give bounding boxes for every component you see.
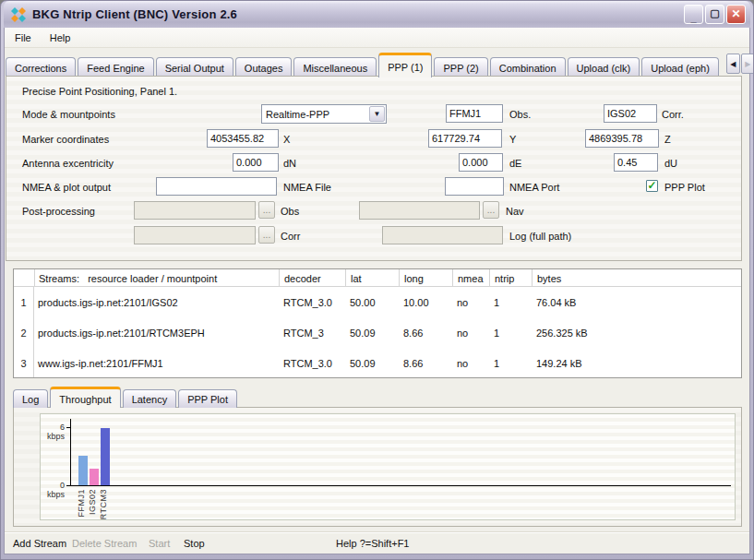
coord-y-input[interactable]: [428, 129, 502, 148]
tab-scroll-buttons: ◀ ▶: [726, 54, 754, 74]
bottom-tab-bar: Log Throughput Latency PPP Plot: [13, 387, 239, 408]
tab-scroll-left-icon: ◀: [730, 60, 736, 68]
tab-ppp-plot[interactable]: PPP Plot: [178, 389, 237, 408]
nmea-file-input[interactable]: [156, 177, 277, 196]
ytick-6kbps: 6 kbps: [41, 423, 65, 441]
check-icon: ✓: [647, 180, 656, 191]
cell-lat: 50.00: [345, 297, 399, 308]
tab-outages[interactable]: Outages: [235, 57, 293, 77]
bnc-app-icon: [10, 6, 27, 23]
antenna-excentricity-label: Antenna excentricity: [22, 158, 114, 169]
throughput-pane: 6 kbps 0 kbps FFMJ1IGS02RTCM3: [13, 407, 742, 527]
coord-x-input[interactable]: [207, 129, 279, 148]
add-stream-button[interactable]: Add Stream: [13, 538, 66, 549]
nmea-file-label: NMEA File: [283, 182, 331, 193]
header-decoder: decoder: [279, 269, 345, 287]
maximize-icon: ▢: [710, 8, 719, 18]
stream-row-2[interactable]: 2 products.igs-ip.net:2101/RTCM3EPH RTCM…: [14, 317, 741, 348]
marker-coordinates-label: Marker coordinates: [22, 134, 109, 145]
menu-help[interactable]: Help: [42, 30, 79, 46]
help-shortcut-text: Help ?=Shift+F1: [336, 538, 410, 549]
stream-row-3[interactable]: 3 www.igs-ip.net:2101/FFMJ1 RTCM_3.0 50.…: [14, 348, 741, 378]
bar-category-label: RTCM3: [99, 489, 108, 519]
maximize-button[interactable]: ▢: [705, 5, 724, 24]
nmea-port-label: NMEA Port: [509, 182, 559, 193]
tab-combination[interactable]: Combination: [490, 57, 566, 77]
row-number: 1: [14, 287, 34, 317]
bar-category-label: IGS02: [88, 489, 97, 515]
cell-nmea: no: [452, 358, 489, 369]
ppp-plot-label: PPP Plot: [664, 182, 705, 193]
browse-nav-button: ...: [483, 201, 499, 219]
tab-throughput[interactable]: Throughput: [50, 387, 120, 408]
tab-scroll-left-button[interactable]: ◀: [726, 54, 740, 74]
cell-decoder: RTCM_3: [279, 328, 345, 339]
de-label: dE: [509, 158, 521, 169]
de-input[interactable]: [459, 153, 503, 172]
ppp1-heading: Precise Point Positioning, Panel 1.: [22, 86, 177, 97]
corr-label: Corr.: [662, 109, 684, 120]
dn-input[interactable]: [233, 153, 279, 172]
cell-mountpoint: products.igs-ip.net:2101/RTCM3EPH: [34, 328, 279, 339]
dn-label: dN: [283, 158, 296, 169]
window-title: BKG Ntrip Client (BNC) Version 2.6: [32, 7, 237, 21]
ppp1-panel: Precise Point Positioning, Panel 1. Mode…: [6, 76, 742, 261]
header-long: long: [399, 269, 452, 287]
cell-lat: 50.09: [345, 358, 399, 369]
nmea-port-input[interactable]: [445, 177, 504, 196]
delete-stream-button: Delete Stream: [72, 538, 137, 549]
window-body: File Help Corrections Feed Engine Serial…: [4, 28, 750, 554]
post-log-file-input: [382, 226, 503, 244]
tab-scroll-right-button: ▶: [741, 54, 754, 74]
minimize-icon: _: [690, 13, 696, 23]
stream-row-1[interactable]: 1 products.igs-ip.net:2101/IGS02 RTCM_3.…: [14, 287, 741, 317]
streams-table-header: Streams: resource loader / mountpoint de…: [14, 269, 741, 287]
tab-feed-engine[interactable]: Feed Engine: [78, 57, 153, 77]
ppp-plot-checkbox[interactable]: ✓: [646, 180, 658, 192]
tab-corrections[interactable]: Corrections: [6, 57, 76, 77]
title-bar[interactable]: BKG Ntrip Client (BNC) Version 2.6 _ ▢ ✕: [4, 1, 750, 28]
header-row-number: [14, 269, 34, 287]
cell-long: 10.00: [399, 297, 452, 308]
bar-ffmj1: [78, 456, 88, 485]
app-window: BKG Ntrip Client (BNC) Version 2.6 _ ▢ ✕…: [0, 0, 754, 560]
ytick-0kbps: 0 kbps: [41, 481, 65, 499]
header-ntrip: ntrip: [489, 269, 532, 287]
combo-dropdown-button[interactable]: ▼: [369, 106, 385, 122]
tab-ppp-1[interactable]: PPP (1): [378, 53, 432, 77]
x-label: X: [283, 134, 290, 145]
mode-combobox[interactable]: Realtime-PPP ▼: [261, 104, 387, 124]
stop-button[interactable]: Stop: [184, 538, 205, 549]
tab-serial-output[interactable]: Serial Output: [156, 57, 233, 77]
tab-miscellaneous[interactable]: Miscellaneous: [293, 57, 377, 77]
header-bytes: bytes: [532, 269, 741, 287]
tab-latency[interactable]: Latency: [123, 389, 177, 408]
nmea-plot-output-label: NMEA & plot output: [22, 182, 111, 193]
header-lat: lat: [345, 269, 399, 287]
post-corr-label: Corr: [281, 231, 300, 242]
post-log-label: Log (full path): [509, 231, 571, 242]
cell-nmea: no: [452, 328, 489, 339]
menu-bar: File Help: [5, 28, 749, 48]
tab-upload-clk[interactable]: Upload (clk): [568, 57, 640, 77]
browse-corr-button: ...: [258, 226, 275, 244]
header-mountpoint: Streams: resource loader / mountpoint: [34, 269, 279, 287]
du-input[interactable]: [614, 153, 658, 172]
post-processing-label: Post-processing: [22, 206, 95, 217]
post-obs-file-input: [134, 201, 256, 220]
tab-log[interactable]: Log: [13, 389, 48, 408]
streams-table: Streams: resource loader / mountpoint de…: [13, 268, 742, 378]
close-button[interactable]: ✕: [726, 5, 746, 24]
tab-ppp-2[interactable]: PPP (2): [434, 57, 487, 77]
x-axis: [70, 485, 731, 486]
cell-ntrip: 1: [489, 297, 532, 308]
coord-z-input[interactable]: [585, 129, 659, 148]
minimize-button[interactable]: _: [684, 5, 703, 24]
tab-upload-eph[interactable]: Upload (eph): [641, 57, 719, 77]
config-tab-bar: Corrections Feed Engine Serial Output Ou…: [6, 53, 749, 77]
menu-file[interactable]: File: [6, 30, 40, 46]
corr-mountpoint-input[interactable]: [604, 104, 657, 123]
throughput-chart: 6 kbps 0 kbps FFMJ1IGS02RTCM3: [40, 413, 736, 520]
obs-mountpoint-input[interactable]: [446, 104, 503, 123]
cell-mountpoint: products.igs-ip.net:2101/IGS02: [34, 297, 279, 308]
